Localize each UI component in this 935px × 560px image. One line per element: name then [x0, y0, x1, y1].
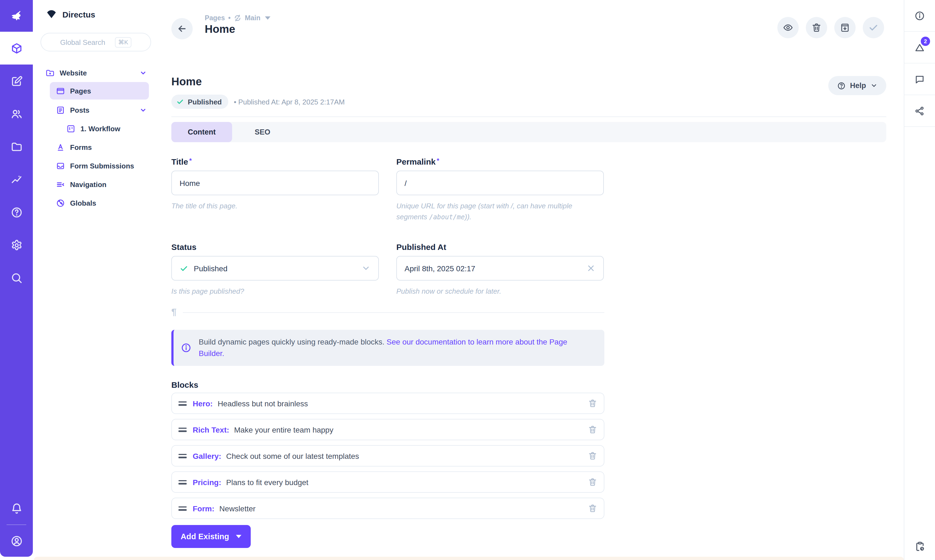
content-divider: ¶	[171, 307, 604, 318]
module-users[interactable]	[0, 97, 33, 130]
preview-button[interactable]	[778, 17, 799, 38]
chevron-down-icon[interactable]	[361, 264, 370, 273]
back-button[interactable]	[171, 18, 193, 39]
folder-icon	[10, 140, 23, 153]
trash-icon[interactable]	[588, 478, 597, 487]
module-files[interactable]	[0, 130, 33, 163]
breadcrumb-collection[interactable]: Pages	[205, 14, 225, 22]
folder-star-icon	[45, 68, 55, 77]
nav-item-form-submissions[interactable]: Form Submissions	[33, 156, 159, 175]
published-at-label: Published At	[397, 243, 604, 252]
info-tab[interactable]	[904, 0, 935, 32]
block-title: Make your entire team happy	[234, 425, 333, 434]
nav-item-workflow[interactable]: 1. Workflow	[33, 119, 159, 138]
item-detail: Home Help Published • Published At: Apr …	[159, 75, 904, 560]
version-caret-icon[interactable]	[265, 16, 270, 20]
module-content[interactable]	[0, 32, 33, 65]
revisions-tab[interactable]: 2	[904, 32, 935, 63]
user-avatar-icon	[10, 535, 23, 547]
block-row-pricing[interactable]: Pricing: Plans to fit every budget	[171, 472, 604, 493]
title-field: Title* The title of this page.	[171, 157, 379, 223]
archive-button[interactable]	[834, 17, 856, 38]
revisions-badge: 2	[921, 37, 930, 46]
notifications-button[interactable]	[0, 492, 33, 525]
title-input[interactable]	[179, 178, 370, 187]
chevron-down-icon[interactable]	[140, 106, 147, 114]
drag-handle-icon[interactable]	[179, 506, 187, 511]
block-row-form[interactable]: Form: Newsletter	[171, 498, 604, 519]
module-bar-spacer	[0, 294, 33, 492]
global-search-input[interactable]	[60, 38, 111, 46]
nav-item-pages[interactable]: Pages	[50, 82, 149, 100]
published-at-input[interactable]	[404, 264, 586, 273]
module-settings[interactable]	[0, 229, 33, 262]
inbox-icon	[56, 161, 65, 170]
app-logo[interactable]	[0, 0, 33, 32]
project-brand[interactable]: Directus	[33, 0, 159, 20]
add-existing-button[interactable]: Add Existing	[171, 525, 250, 548]
nav-item-website[interactable]: Website	[33, 63, 159, 82]
title-label: Title*	[171, 157, 379, 166]
breadcrumb-separator: •	[228, 14, 231, 22]
status-badge: Published	[171, 95, 228, 109]
help-label: Help	[850, 82, 866, 90]
detail-tabs: Content SEO	[171, 122, 886, 142]
permalink-input[interactable]	[404, 178, 596, 187]
app: Directus ⌘K Website Pages	[0, 0, 935, 560]
tab-content[interactable]: Content	[171, 122, 232, 142]
block-type: Gallery:	[193, 452, 221, 460]
nav-item-posts[interactable]: Posts	[33, 101, 159, 119]
block-title: Newsletter	[219, 504, 255, 513]
drag-handle-icon[interactable]	[179, 480, 187, 485]
block-title: Plans to fit every budget	[226, 478, 308, 487]
permalink-input-wrap	[397, 171, 604, 195]
block-type: Rich Text:	[193, 425, 229, 434]
module-editor[interactable]	[0, 65, 33, 97]
edit-icon	[10, 75, 23, 87]
permalink-note-mono: /about/me	[429, 213, 465, 221]
collection-nav: Website Pages Posts 1. Workfl	[33, 63, 159, 212]
save-button[interactable]	[863, 17, 884, 38]
drag-handle-icon[interactable]	[179, 428, 187, 432]
help-button[interactable]: Help	[828, 76, 886, 95]
block-row-hero[interactable]: Hero: Headless but not brainless	[171, 393, 604, 414]
trash-icon[interactable]	[588, 425, 597, 434]
form-row-1: Title* The title of this page. Permalink…	[171, 157, 604, 223]
clear-icon[interactable]	[586, 264, 596, 273]
trash-icon[interactable]	[588, 399, 597, 408]
drag-handle-icon[interactable]	[179, 402, 187, 406]
comments-tab[interactable]	[904, 63, 935, 95]
breadcrumb-version[interactable]: Main	[245, 14, 260, 22]
nav-label: Website	[60, 69, 87, 77]
nav-item-forms[interactable]: Forms	[33, 138, 159, 156]
page-header: Pages • Main Home	[159, 0, 904, 52]
permalink-note: Unique URL for this page (start with /, …	[397, 201, 604, 223]
shares-tab[interactable]	[904, 95, 935, 127]
nav-label: Globals	[70, 199, 96, 207]
trash-icon[interactable]	[588, 451, 597, 461]
search-shortcut: ⌘K	[115, 37, 132, 47]
nav-item-globals[interactable]: Globals	[33, 194, 159, 212]
status-select[interactable]: Published	[171, 256, 379, 281]
chevron-down-icon[interactable]	[140, 69, 147, 76]
nav-label: Form Submissions	[70, 162, 134, 170]
archive-icon	[840, 22, 850, 33]
block-row-gallery[interactable]: Gallery: Check out some of our latest te…	[171, 445, 604, 467]
drag-handle-icon[interactable]	[179, 454, 187, 458]
chevron-down-icon	[870, 82, 878, 89]
comment-icon	[914, 74, 925, 85]
activity-tab[interactable]	[904, 541, 935, 552]
nav-item-navigation[interactable]: Navigation	[33, 175, 159, 194]
block-row-rich-text[interactable]: Rich Text: Make your entire team happy	[171, 419, 604, 440]
delete-button[interactable]	[806, 17, 827, 38]
trash-icon	[811, 22, 822, 33]
user-menu-button[interactable]	[0, 525, 33, 557]
tab-seo[interactable]: SEO	[232, 122, 293, 142]
module-search[interactable]	[0, 262, 33, 294]
share-icon	[914, 105, 925, 116]
module-insights[interactable]	[0, 163, 33, 196]
module-help[interactable]	[0, 196, 33, 229]
global-search[interactable]: ⌘K	[40, 33, 151, 51]
page-builder-notice: Build dynamic pages quickly using ready-…	[171, 330, 604, 366]
trash-icon[interactable]	[588, 504, 597, 513]
